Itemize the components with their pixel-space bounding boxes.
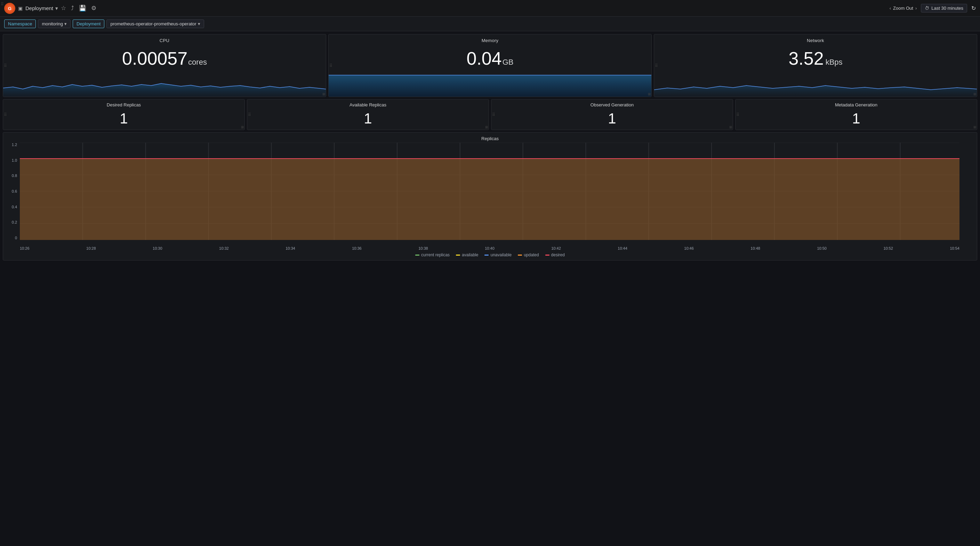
replicas-chart-title: Replicas [3, 132, 977, 143]
x-label-1036: 10:36 [352, 246, 362, 250]
chart-svg-area [20, 143, 959, 240]
metadata-generation-title: Metadata Generation [735, 102, 977, 107]
legend-dot-available [456, 255, 460, 256]
deployment-label: Deployment [25, 5, 53, 11]
time-range-picker[interactable]: ⏱ Last 30 minutes [921, 4, 967, 13]
namespace-value[interactable]: monitoring ▾ [38, 19, 71, 28]
network-value-unit: kBps [824, 58, 843, 67]
namespace-value-text: monitoring [42, 21, 63, 26]
drag-handle-icon: ⠿ [4, 112, 7, 117]
x-label-1046: 10:46 [684, 246, 694, 250]
metrics-panels-row: ⠿ CPU 0.00057 cores ⊞ [3, 34, 977, 97]
y-label-04: 0.4 [3, 205, 17, 209]
resize-handle-icon: ⊞ [485, 125, 488, 129]
namespace-label: Namespace [8, 21, 32, 26]
deployment-dropdown-icon: ▾ [198, 21, 200, 26]
cpu-sparkline [3, 72, 326, 97]
x-label-1030: 10:30 [153, 246, 162, 250]
namespace-dropdown-icon: ▾ [64, 21, 67, 26]
stats-row: ⠿ Desired Replicas 1 ⊞ ⠿ Available Repli… [3, 99, 977, 130]
network-panel: ⠿ Network 3.52 kBps ⊞ [654, 34, 977, 97]
metadata-generation-panel: ⠿ Metadata Generation 1 ⊞ [735, 99, 977, 130]
zoom-left-icon[interactable]: ‹ [889, 6, 891, 11]
available-replicas-title: Available Replicas [247, 102, 488, 107]
deployment-filter[interactable]: Deployment [73, 19, 104, 28]
refresh-icon[interactable]: ↻ [971, 5, 976, 11]
legend-dot-unavailable [484, 255, 488, 256]
deployment-value[interactable]: prometheus-operator-prometheus-operator … [107, 19, 204, 28]
topbar-left: G ▣ Deployment ▾ ☆ ⤴ 💾 ⚙ [4, 3, 96, 14]
y-label-12: 1.2 [3, 143, 17, 147]
drag-handle-icon: ⠿ [655, 63, 658, 68]
memory-panel-title: Memory [329, 34, 651, 45]
memory-panel: ⠿ Memory 0.04 GB ⊞ [328, 34, 652, 97]
memory-value-number: 0.04 [466, 48, 501, 69]
resize-handle-icon: ⊞ [648, 92, 651, 96]
clock-icon: ⏱ [925, 6, 929, 11]
zoom-control[interactable]: ‹ Zoom Out › [889, 6, 917, 11]
resize-handle-icon: ⊞ [322, 92, 325, 96]
x-label-1044: 10:44 [617, 246, 627, 250]
save-icon[interactable]: 💾 [79, 5, 86, 12]
drag-handle-icon: ⠿ [4, 63, 7, 68]
observed-generation-value: 1 [492, 110, 733, 127]
legend-label-current: current replicas [421, 253, 450, 257]
deployment-value-text: prometheus-operator-prometheus-operator [110, 21, 196, 26]
zoom-out-button[interactable]: Zoom Out [893, 6, 913, 11]
legend-label-desired: desired [551, 253, 565, 257]
topbar-title[interactable]: Deployment ▾ [25, 5, 58, 11]
share-icon[interactable]: ⤴ [71, 5, 74, 12]
legend-dot-updated [518, 255, 522, 256]
legend-label-unavailable: unavailable [490, 253, 512, 257]
y-axis-labels: 0 0.2 0.4 0.6 0.8 1.0 1.2 [3, 143, 18, 240]
settings-icon[interactable]: ⚙ [91, 5, 96, 12]
resize-handle-icon: ⊞ [729, 125, 732, 129]
available-replicas-panel: ⠿ Available Replicas 1 ⊞ [247, 99, 489, 130]
svg-marker-25 [20, 159, 959, 240]
x-label-1042: 10:42 [551, 246, 561, 250]
x-label-1034: 10:34 [285, 246, 295, 250]
legend-current-replicas: current replicas [415, 253, 450, 257]
grafana-logo[interactable]: G [4, 3, 15, 14]
cpu-panel: ⠿ CPU 0.00057 cores ⊞ [3, 34, 326, 97]
x-label-1052: 10:52 [883, 246, 893, 250]
legend-unavailable: unavailable [484, 253, 512, 257]
drag-handle-icon: ⠿ [736, 112, 739, 117]
legend-dot-desired [545, 255, 549, 256]
apps-icon: ▣ [18, 6, 22, 11]
svg-marker-2 [3, 83, 326, 97]
resize-handle-icon: ⊞ [974, 125, 976, 129]
y-label-02: 0.2 [3, 220, 17, 224]
zoom-right-icon[interactable]: › [915, 6, 917, 11]
legend-updated: updated [518, 253, 539, 257]
x-label-1026: 10:26 [20, 246, 30, 250]
namespace-filter[interactable]: Namespace [4, 19, 36, 28]
dropdown-arrow-icon: ▾ [55, 5, 58, 11]
y-label-10: 1.0 [3, 158, 17, 162]
topbar-right: ‹ Zoom Out › ⏱ Last 30 minutes ↻ [889, 4, 976, 13]
topbar: G ▣ Deployment ▾ ☆ ⤴ 💾 ⚙ ‹ Zoom Out › ⏱ … [0, 0, 980, 17]
star-icon[interactable]: ☆ [61, 5, 66, 12]
x-label-1038: 10:38 [418, 246, 428, 250]
network-panel-value: 3.52 kBps [654, 45, 977, 72]
filterbar: Namespace monitoring ▾ Deployment promet… [0, 17, 980, 31]
chart-container: 0 0.2 0.4 0.6 0.8 1.0 1.2 [3, 143, 977, 250]
memory-value-unit: GB [503, 58, 514, 67]
network-sparkline [654, 72, 977, 97]
y-label-08: 0.8 [3, 174, 17, 178]
desired-replicas-value: 1 [3, 110, 245, 127]
observed-generation-title: Observed Generation [492, 102, 733, 107]
legend-available: available [456, 253, 478, 257]
x-label-1050: 10:50 [817, 246, 827, 250]
network-value-number: 3.52 [788, 48, 824, 69]
x-label-1028: 10:28 [86, 246, 96, 250]
x-label-1048: 10:48 [751, 246, 760, 250]
time-range-label: Last 30 minutes [931, 6, 963, 11]
x-axis-labels: 10:26 10:28 10:30 10:32 10:34 10:36 10:3… [20, 240, 959, 250]
legend-desired: desired [545, 253, 565, 257]
metadata-generation-value: 1 [735, 110, 977, 127]
resize-handle-icon: ⊞ [974, 92, 976, 96]
drag-handle-icon: ⠿ [1, 2, 4, 6]
desired-replicas-title: Desired Replicas [3, 102, 245, 107]
x-label-1040: 10:40 [485, 246, 495, 250]
